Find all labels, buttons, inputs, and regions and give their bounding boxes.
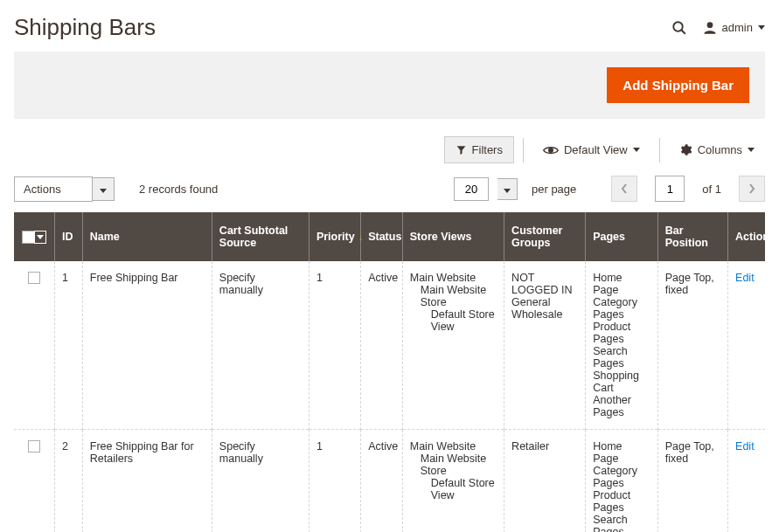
caret-down-icon (100, 189, 107, 193)
table-row[interactable]: 1 Free Shipping Bar Specify manually 1 A… (14, 261, 765, 430)
table-row[interactable]: 2 Free Shipping Bar for Retailers Specif… (14, 430, 765, 533)
col-header-name[interactable]: Name (82, 212, 212, 261)
cell-stores: Main Website Main Website Store Default … (402, 430, 504, 533)
col-header-groups[interactable]: Customer Groups (504, 212, 586, 261)
select-all-checkbox[interactable] (22, 231, 35, 244)
cell-pages: Home Page Category Pages Product Pages S… (586, 430, 658, 533)
col-header-checkbox[interactable] (14, 212, 55, 261)
of-pages: of 1 (702, 183, 721, 196)
col-header-status[interactable]: Status (361, 212, 403, 261)
svg-point-2 (706, 22, 713, 28)
col-header-pages[interactable]: Pages (586, 212, 658, 261)
cell-source: Specify manually (212, 261, 309, 430)
svg-line-1 (681, 30, 685, 34)
columns-button[interactable]: Columns (669, 137, 765, 162)
gear-icon (679, 143, 692, 156)
store-l1: Main Website Store (410, 453, 497, 477)
cell-priority: 1 (309, 261, 360, 430)
data-grid: ID Name Cart Subtotal Source Priority↓ S… (14, 212, 765, 532)
col-header-barpos[interactable]: Bar Position (657, 212, 727, 261)
eye-icon (543, 144, 559, 156)
per-page-label: per page (532, 183, 576, 196)
prev-page-button[interactable] (611, 176, 637, 202)
caret-down-icon (37, 235, 44, 239)
default-view-label: Default View (564, 143, 628, 156)
cell-name: Free Shipping Bar for Retailers (82, 430, 212, 533)
chevron-right-icon (748, 183, 755, 194)
filters-label: Filters (472, 143, 503, 156)
caret-down-icon (758, 25, 765, 30)
cell-stores: Main Website Main Website Store Default … (402, 261, 504, 430)
per-page-toggle[interactable] (497, 178, 518, 200)
cell-groups: NOT LOGGED IN General Wholesale (504, 261, 586, 430)
store-l2: Default Store View (410, 477, 497, 501)
separator (659, 138, 660, 162)
caret-down-icon (504, 189, 511, 193)
col-header-action: Action (728, 212, 765, 261)
search-icon[interactable] (671, 20, 687, 36)
cell-id: 2 (55, 430, 83, 533)
page-number-input[interactable] (655, 176, 685, 202)
funnel-icon (456, 144, 467, 155)
cell-status: Active (361, 430, 403, 533)
store-l0: Main Website (410, 272, 476, 284)
store-l2: Default Store View (410, 308, 497, 333)
cell-barpos: Page Top, fixed (657, 430, 727, 533)
filters-button[interactable]: Filters (444, 136, 514, 163)
records-found: 2 records found (139, 183, 218, 196)
user-menu[interactable]: admin (703, 21, 765, 35)
cell-name: Free Shipping Bar (82, 261, 212, 430)
per-page-input[interactable] (454, 177, 489, 201)
cell-status: Active (361, 261, 403, 430)
caret-down-icon (748, 148, 755, 152)
actions-toggle[interactable] (93, 177, 115, 201)
cell-groups: Retailer (504, 430, 586, 533)
chevron-left-icon (621, 183, 628, 194)
col-header-priority-label: Priority (316, 231, 355, 243)
user-icon (703, 21, 717, 35)
col-header-source[interactable]: Cart Subtotal Source (212, 212, 309, 261)
separator (523, 138, 524, 162)
sort-arrow-icon: ↓ (358, 231, 364, 242)
user-name: admin (722, 21, 753, 34)
row-checkbox[interactable] (28, 272, 40, 284)
actions-dropdown[interactable]: Actions (14, 176, 115, 202)
edit-link[interactable]: Edit (735, 440, 755, 453)
next-page-button[interactable] (739, 176, 765, 202)
columns-label: Columns (698, 143, 742, 156)
default-view-button[interactable]: Default View (532, 137, 650, 162)
page-title: Shipping Bars (14, 14, 156, 41)
store-l1: Main Website Store (410, 284, 497, 308)
add-shipping-bar-button[interactable]: Add Shipping Bar (607, 67, 749, 103)
cell-pages: Home Page Category Pages Product Pages S… (586, 261, 658, 430)
row-checkbox[interactable] (28, 440, 40, 453)
cell-id: 1 (55, 261, 83, 430)
cell-barpos: Page Top, fixed (657, 261, 727, 430)
edit-link[interactable]: Edit (735, 272, 755, 284)
cell-source: Specify manually (212, 430, 309, 533)
svg-point-0 (673, 22, 683, 31)
store-l0: Main Website (410, 440, 476, 453)
col-header-stores[interactable]: Store Views (402, 212, 504, 261)
col-header-priority[interactable]: Priority↓ (309, 212, 360, 261)
col-header-id[interactable]: ID (55, 212, 83, 261)
actions-label: Actions (14, 176, 93, 202)
select-all-dropdown[interactable] (34, 231, 46, 244)
caret-down-icon (633, 148, 640, 152)
svg-point-3 (549, 148, 553, 152)
cell-priority: 1 (309, 430, 360, 533)
